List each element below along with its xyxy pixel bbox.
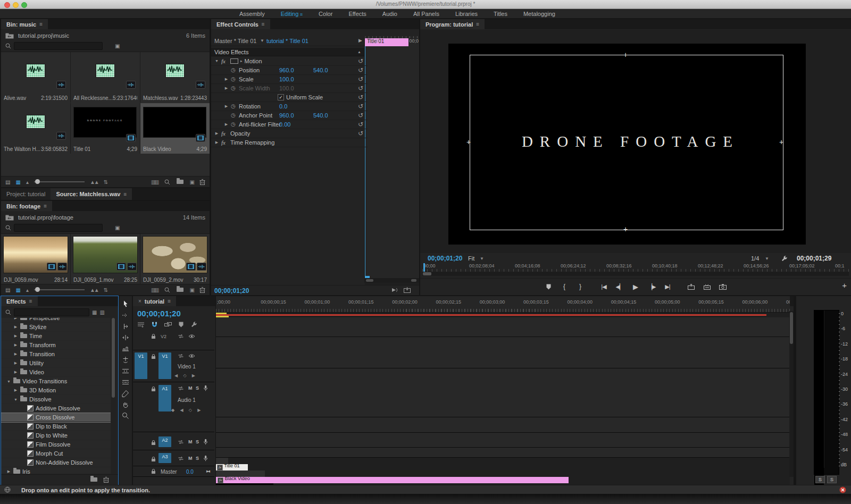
toggle-track-output-icon[interactable] [188, 354, 195, 358]
expander-icon[interactable]: ▼ [6, 380, 11, 383]
expander-icon[interactable]: ▶ [6, 469, 11, 474]
collapse-section-icon[interactable]: ▲ [357, 50, 361, 54]
zoom-slider[interactable] [34, 181, 85, 182]
bin-item[interactable]: DJI_0059.mov28:14 [1, 234, 71, 284]
extract-button[interactable] [700, 282, 714, 291]
expander-icon[interactable]: ▶ [13, 334, 18, 338]
workspace-tab-effects[interactable]: Effects [348, 10, 366, 18]
slide-tool[interactable] [122, 379, 129, 386]
find-icon[interactable] [164, 179, 170, 185]
effects-folder-3d-motion[interactable]: ▶3D Motion [1, 386, 111, 395]
export-frame-icon[interactable] [404, 287, 411, 293]
track-target-v1[interactable]: V1 [158, 352, 171, 379]
32bit-effects-icon[interactable]: ▥ [99, 309, 104, 315]
mute-button[interactable]: M [188, 385, 193, 391]
program-scrollbar[interactable] [422, 272, 849, 276]
new-search-bin-icon[interactable]: ▣ [115, 225, 120, 231]
effects-folder-time[interactable]: ▶Time [1, 332, 111, 341]
go-to-in-button[interactable]: |◀ [597, 282, 611, 291]
fit-track-height-icon[interactable]: ▸◂ [206, 468, 209, 474]
ec-master-tab[interactable]: Master * Title 01 [214, 38, 256, 44]
expander-icon[interactable]: ▶ [224, 77, 229, 81]
solo-right-button[interactable]: S [827, 476, 837, 483]
new-item-icon[interactable]: ▣ [190, 179, 193, 185]
reset-parameter-icon[interactable]: ↺ [358, 130, 363, 137]
reset-parameter-icon[interactable]: ↺ [358, 85, 363, 92]
sort-icon[interactable]: ⇅ [104, 287, 107, 293]
track-select-forward-tool[interactable] [122, 312, 129, 319]
new-item-icon[interactable]: ▣ [190, 287, 193, 293]
solo-button[interactable]: S [196, 456, 199, 461]
workspace-tab-all-panels[interactable]: All Panels [413, 10, 439, 18]
panel-menu-icon[interactable]: ≡ [44, 203, 47, 209]
chevron-down-icon[interactable]: ▼ [765, 256, 769, 261]
track-header-a1[interactable]: A1MSAudio 1◆ ◀ ◇ ▶ [133, 383, 214, 432]
expander-icon[interactable]: ▼ [214, 59, 219, 63]
expander-icon[interactable]: ▶ [13, 352, 18, 356]
expander-icon[interactable]: ▶ [13, 343, 18, 347]
master-gain-value[interactable]: 0.0 [186, 469, 194, 475]
expander-icon[interactable]: ▼ [13, 398, 18, 401]
razor-tool[interactable] [122, 356, 129, 364]
accelerated-effects-icon[interactable]: ▦ [92, 309, 97, 315]
reset-parameter-icon[interactable]: ↺ [358, 94, 363, 101]
mute-button[interactable]: M [188, 439, 193, 444]
list-view-icon[interactable]: ▤ [5, 287, 10, 293]
new-search-bin-icon[interactable]: ▣ [115, 43, 120, 49]
thumbnail-view-icon[interactable]: ▦ [15, 179, 20, 185]
reset-parameter-icon[interactable]: ↺ [358, 103, 363, 110]
play-button[interactable]: ▶ [629, 282, 643, 291]
go-to-out-button[interactable]: ▶| [661, 282, 674, 291]
effect-item-cross-dissolve[interactable]: Cross Dissolve [1, 413, 111, 422]
track-header-master[interactable]: Master0.0▸◂ [133, 467, 214, 477]
folder-up-icon[interactable] [5, 215, 14, 221]
track-lock-icon[interactable] [151, 386, 156, 392]
reset-parameter-icon[interactable]: ↺ [358, 66, 363, 74]
ec-mini-timeline[interactable]: ;00;0000;0Title 01 [364, 36, 419, 281]
ec-sequence-tab[interactable]: tutorial * Title 01 [266, 38, 308, 44]
expander-icon[interactable]: ▶ [13, 370, 18, 374]
effects-search-input[interactable] [14, 308, 89, 316]
workspace-tab-metalogging[interactable]: Metalogging [523, 10, 555, 18]
toggle-animation-stopwatch-icon[interactable]: ◷ [231, 103, 237, 109]
ec-row-uniform-scale[interactable]: ✓Uniform Scale↺ [211, 93, 368, 102]
track-lane[interactable] [216, 417, 790, 433]
program-playhead[interactable] [423, 263, 425, 272]
track-lock-icon[interactable] [151, 333, 156, 339]
step-forward-button[interactable]: ▕▶ [645, 282, 658, 291]
reset-parameter-icon[interactable]: ↺ [358, 121, 363, 128]
selection-tool[interactable] [122, 300, 129, 308]
bbox-handle-bottom[interactable]: + [623, 227, 628, 231]
sync-lock-icon[interactable] [178, 386, 184, 391]
workspace-menu-icon[interactable]: ≡ [298, 12, 303, 17]
bin-item[interactable]: DJI_0059_2.mov30:17 [140, 234, 210, 284]
slip-tool[interactable] [122, 367, 129, 375]
sync-status-icon[interactable] [4, 486, 11, 493]
toggle-animation-stopwatch-icon[interactable]: ◷ [231, 121, 237, 127]
ec-row-opacity[interactable]: ▶fxOpacity↺ [211, 129, 368, 138]
toggle-animation-stopwatch-icon[interactable]: ◷ [231, 67, 237, 73]
zoom-level-select[interactable]: Fit [468, 255, 474, 262]
voiceover-record-icon[interactable] [203, 439, 208, 445]
sync-lock-icon[interactable] [178, 456, 184, 461]
effects-folder-video[interactable]: ▶Video [1, 368, 111, 377]
find-icon[interactable] [164, 287, 170, 293]
ec-property-value[interactable]: 100.0 [279, 85, 294, 91]
effects-folder-transition[interactable]: ▶Transition [1, 350, 111, 359]
expander-icon[interactable]: ▶ [224, 86, 229, 90]
ec-row-rotation[interactable]: ▶◷Rotation0.0↺ [211, 102, 368, 111]
chevron-down-icon[interactable]: ▼ [260, 38, 264, 43]
effect-item-morph-cut[interactable]: Morph Cut [1, 449, 111, 458]
mark-in-button[interactable]: { [557, 282, 571, 291]
solo-left-button[interactable]: S [815, 476, 825, 483]
effect-item-non-additive-dissolve[interactable]: Non-Additive Dissolve [1, 458, 111, 467]
tab-project[interactable]: Project: tutorial [1, 188, 51, 200]
mute-button[interactable]: M [188, 456, 193, 461]
sync-lock-icon[interactable] [178, 354, 184, 358]
mark-out-button[interactable]: } [573, 282, 587, 291]
expander-icon[interactable]: ▶ [224, 122, 229, 127]
expander-icon[interactable]: ▶ [13, 361, 18, 365]
zoom-in-icon[interactable]: ▲▲ [90, 287, 98, 293]
toggle-track-output-icon[interactable] [188, 334, 195, 339]
effects-folder-transform[interactable]: ▶Transform [1, 341, 111, 350]
